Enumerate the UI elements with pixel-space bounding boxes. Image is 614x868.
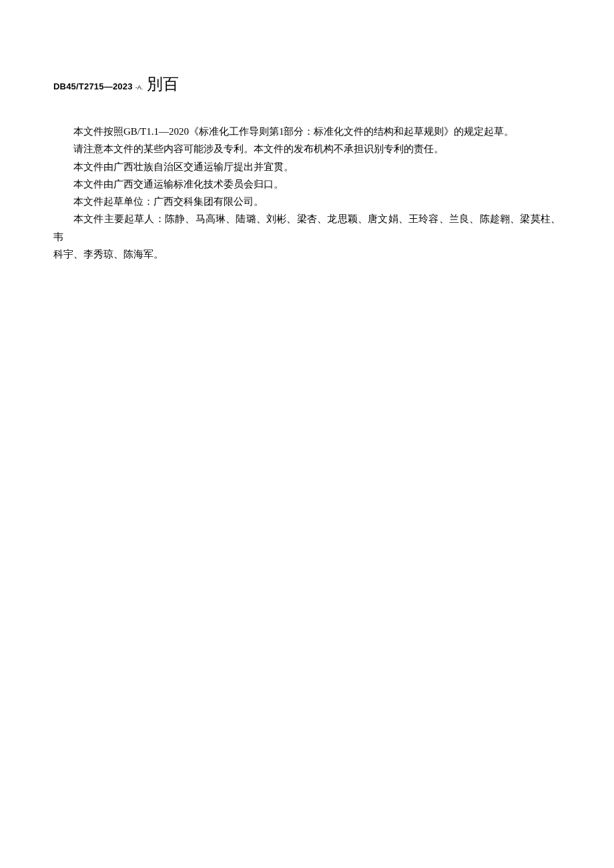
standard-code-suffix: -A. [135,84,143,91]
header-title-chars: 別百 [147,73,179,95]
paragraph-3: 本文件由广西壮族自治区交通运输厅提出并宜贯。 [53,158,561,175]
paragraph-5: 本文件起草单位：广西交科集团有限公司。 [53,193,561,210]
document-page: DB45/T2715—2023 -A. 別百 本文件按照GB/T1.1—2020… [0,0,614,868]
document-body: 本文件按照GB/T1.1—2020《标准化工作导则第1部分：标准化文件的结构和起… [53,123,561,263]
paragraph-1: 本文件按照GB/T1.1—2020《标准化工作导则第1部分：标准化文件的结构和起… [53,123,561,140]
paragraph-2: 请注意本文件的某些内容可能涉及专利。本文件的发布机构不承担识别专利的责任。 [53,140,561,157]
paragraph-4: 本文件由广西交通运输标准化技术委员会归口。 [53,175,561,193]
standard-code: DB45/T2715—2023 [53,81,133,91]
document-header: DB45/T2715—2023 -A. 別百 [53,73,561,95]
paragraph-6-line1: 本文件主要起草人：陈静、马高琳、陆璐、刘彬、梁杏、龙思颖、唐文娟、王玲容、兰良、… [53,210,561,246]
paragraph-6-line2: 科宇、李秀琼、陈海军。 [53,246,561,263]
